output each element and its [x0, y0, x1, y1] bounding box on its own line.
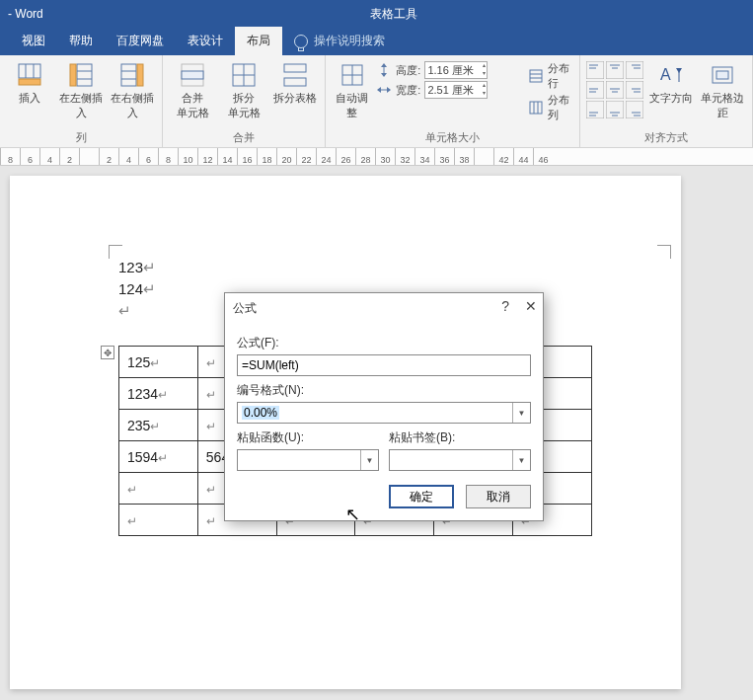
insert-right-button[interactable]: 在右侧插入 [109, 61, 156, 120]
align-br-icon[interactable] [626, 101, 643, 118]
align-tl-icon[interactable] [586, 61, 604, 79]
ruler-mark: 4 [118, 148, 138, 165]
svg-rect-18 [284, 78, 306, 86]
ruler-mark: 32 [395, 148, 414, 165]
align-tc-icon[interactable] [606, 61, 624, 79]
svg-rect-49 [626, 81, 643, 99]
row-height-input[interactable]: 1.16 厘米 [424, 61, 488, 79]
insert-below-icon [16, 61, 43, 89]
ruler-mark: 8 [158, 148, 178, 165]
table-cell[interactable]: 1234↵ [119, 378, 198, 410]
table-cell[interactable]: 125↵ [119, 347, 198, 378]
chevron-down-icon[interactable]: ▼ [512, 403, 530, 423]
svg-rect-34 [586, 61, 604, 79]
ruler-mark: 24 [316, 148, 336, 165]
number-format-combo[interactable]: 0.00% ▼ [237, 402, 531, 424]
ruler-mark: 20 [276, 148, 296, 165]
svg-rect-31 [530, 102, 542, 114]
ok-button[interactable]: 确定 [389, 485, 454, 508]
dialog-title: 公式 [233, 300, 257, 317]
insert-right-icon [118, 61, 146, 89]
split-table-button[interactable]: 拆分表格 [271, 61, 319, 106]
ribbon-tabstrip: 视图 帮助 百度网盘 表设计 布局 操作说明搜索 [0, 28, 753, 55]
ruler-mark: 38 [454, 148, 474, 165]
ruler-mark: 4 [39, 148, 59, 165]
row-height-field[interactable]: 高度: 1.16 厘米 [376, 61, 524, 79]
margin-corner-tl [109, 245, 122, 259]
ruler-mark: 6 [20, 148, 39, 165]
align-ml-icon[interactable] [586, 81, 604, 99]
tell-me-label: 操作说明搜索 [314, 33, 385, 49]
group-rows-cols-label: 列 [6, 128, 156, 147]
formula-dialog: 公式 ? ✕ 公式(F): 编号格式(N): 0.00% ▼ 粘贴函数(U): … [224, 292, 544, 521]
tab-table-layout[interactable]: 布局 [235, 27, 282, 55]
dialog-titlebar[interactable]: 公式 ? ✕ [225, 293, 543, 323]
close-button[interactable]: ✕ [525, 298, 537, 314]
tell-me-search[interactable]: 操作说明搜索 [282, 27, 397, 55]
table-cell[interactable]: 1594↵ [119, 441, 198, 473]
cancel-button[interactable]: 取消 [466, 485, 531, 508]
formula-input[interactable] [237, 354, 531, 376]
group-merge-label: 合并 [169, 128, 319, 147]
number-format-value: 0.00% [242, 406, 279, 420]
tab-help[interactable]: 帮助 [57, 27, 105, 55]
svg-rect-13 [182, 71, 203, 79]
align-tr-icon[interactable] [626, 61, 643, 79]
align-mr-icon[interactable] [626, 81, 643, 99]
col-width-input[interactable]: 2.51 厘米 [424, 81, 488, 99]
ruler-mark: 2 [59, 148, 79, 165]
svg-text:A: A [660, 66, 671, 83]
table-cell[interactable]: ↵ [119, 473, 198, 505]
paragraph: 123↵ [118, 259, 592, 276]
autofit-button[interactable]: 自动调整 [332, 61, 372, 120]
paste-function-combo[interactable]: ▼ [237, 449, 379, 471]
horizontal-ruler[interactable]: 8642246810121416182022242628303234363842… [0, 148, 753, 166]
tab-view[interactable]: 视图 [10, 27, 57, 55]
align-bl-icon[interactable] [586, 101, 604, 118]
margin-corner-tr [657, 245, 671, 259]
ruler-mark: 22 [296, 148, 316, 165]
insert-below-button[interactable]: 插入 [6, 61, 53, 106]
alignment-grid[interactable] [586, 61, 643, 118]
paste-function-label: 粘贴函数(U): [237, 429, 379, 446]
ruler-mark: 44 [513, 148, 533, 165]
chevron-down-icon[interactable]: ▼ [512, 450, 530, 470]
ruler-mark: 2 [99, 148, 118, 165]
ruler-mark: 28 [355, 148, 375, 165]
align-bc-icon[interactable] [606, 101, 624, 118]
table-cell[interactable]: ↵ [119, 505, 198, 536]
col-width-field[interactable]: 宽度: 2.51 厘米 [376, 81, 524, 99]
chevron-down-icon[interactable]: ▼ [360, 450, 378, 470]
insert-left-button[interactable]: 在左侧插入 [57, 61, 105, 120]
svg-rect-65 [716, 71, 728, 79]
distribute-cols-button[interactable]: 分布列 [528, 93, 573, 122]
ruler-mark: 34 [414, 148, 434, 165]
context-tab-title: 表格工具 [43, 6, 745, 23]
tab-table-design[interactable]: 表设计 [176, 27, 235, 55]
ruler-mark: 36 [434, 148, 454, 165]
bulb-icon [294, 35, 308, 48]
help-button[interactable]: ? [501, 298, 509, 314]
paste-bookmark-combo[interactable]: ▼ [389, 449, 531, 471]
svg-marker-27 [387, 87, 391, 93]
group-cell-size: 自动调整 高度: 1.16 厘米 宽度: 2.51 厘米 分布行 [326, 55, 580, 147]
app-title: - Word [8, 7, 43, 21]
align-mc-icon[interactable] [606, 81, 624, 99]
table-move-handle[interactable]: ✥ [101, 346, 114, 359]
svg-marker-24 [381, 73, 387, 77]
tab-baidu[interactable]: 百度网盘 [105, 27, 176, 55]
group-alignment-label: 对齐方式 [586, 128, 746, 147]
dist-cols-icon [528, 100, 544, 116]
distribute-rows-button[interactable]: 分布行 [528, 61, 573, 91]
svg-rect-40 [626, 61, 643, 79]
number-format-label: 编号格式(N): [237, 382, 531, 399]
ruler-mark: 12 [197, 148, 217, 165]
merge-cells-button[interactable]: 合并 单元格 [169, 61, 216, 120]
table-cell[interactable]: 235↵ [119, 410, 198, 441]
ruler-mark: 42 [493, 148, 513, 165]
split-cells-icon [230, 61, 258, 89]
text-direction-button[interactable]: A 文字方向 [647, 61, 695, 106]
split-cells-button[interactable]: 拆分 单元格 [220, 61, 267, 120]
svg-rect-5 [70, 64, 76, 86]
cell-margins-button[interactable]: 单元格边距 [699, 61, 746, 120]
